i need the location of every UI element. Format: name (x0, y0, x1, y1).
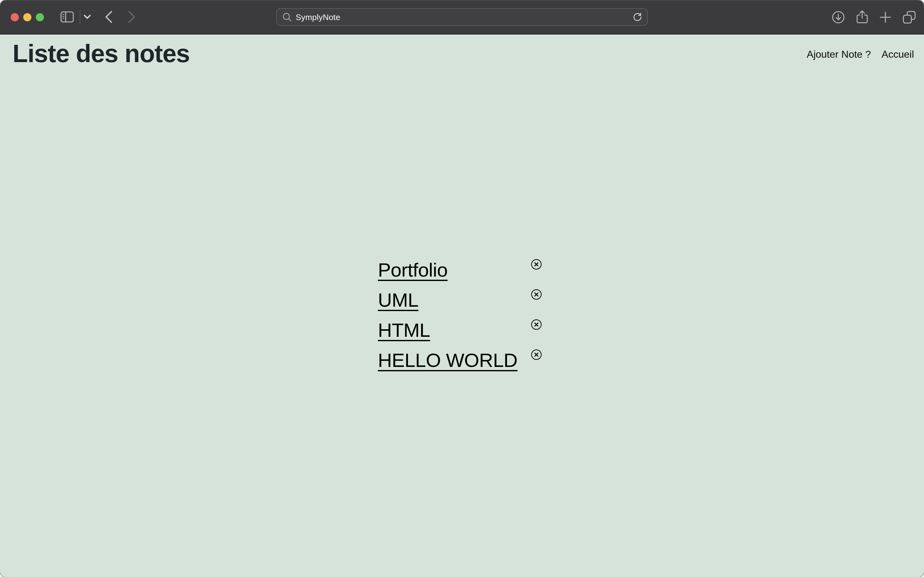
page-nav: Ajouter Note ? Accueil (807, 49, 914, 60)
delete-note-button[interactable] (531, 319, 542, 330)
chevron-down-icon (84, 15, 91, 19)
circle-x-icon (531, 289, 542, 300)
address-text: SymplyNote (296, 12, 340, 22)
nav-link-home[interactable]: Accueil (882, 49, 914, 60)
forward-icon (128, 11, 136, 23)
download-icon (832, 10, 845, 24)
back-button[interactable] (105, 11, 112, 23)
delete-note-button[interactable] (531, 349, 542, 360)
share-button[interactable] (856, 10, 868, 24)
toolbar-divider (80, 10, 80, 24)
nav-link-add-note[interactable]: Ajouter Note ? (807, 49, 871, 60)
circle-x-icon (531, 319, 542, 330)
search-icon (283, 12, 292, 22)
delete-note-button[interactable] (531, 259, 542, 270)
sidebar-toggle-button[interactable] (60, 11, 74, 23)
note-row: UML (378, 287, 542, 318)
note-link[interactable]: HTML (378, 318, 531, 344)
downloads-button[interactable] (832, 10, 845, 24)
note-link[interactable]: Portfolio (378, 257, 531, 284)
minimize-window-button[interactable] (23, 13, 31, 21)
delete-note-button[interactable] (531, 289, 542, 300)
tab-group-menu-button[interactable] (84, 15, 91, 19)
note-row: HELLO WORLD (378, 347, 542, 377)
circle-x-icon (531, 259, 542, 270)
page-title: Liste des notes (13, 40, 924, 68)
tab-overview-icon (903, 10, 916, 24)
share-icon (856, 10, 868, 24)
reload-button[interactable] (633, 12, 642, 22)
plus-icon (879, 11, 892, 23)
toolbar-left-group (44, 10, 136, 24)
sidebar-icon (60, 11, 74, 23)
scale-wrapper: SymplyNote (0, 0, 924, 577)
traffic-lights (11, 13, 44, 21)
browser-window: SymplyNote (0, 0, 924, 577)
address-bar[interactable]: SymplyNote (276, 8, 648, 26)
notes-list: Portfolio (378, 257, 542, 377)
close-window-button[interactable] (11, 13, 19, 21)
new-tab-button[interactable] (879, 11, 892, 23)
reload-icon (633, 12, 642, 22)
zoom-window-button[interactable] (36, 13, 44, 21)
back-icon (105, 11, 112, 23)
page-content: Liste des notes Ajouter Note ? Accueil P… (0, 34, 924, 577)
note-row: Portfolio (378, 257, 542, 287)
note-link[interactable]: HELLO WORLD (378, 347, 531, 374)
circle-x-icon (531, 349, 542, 360)
note-row: HTML (378, 318, 542, 347)
toolbar-right-group (832, 0, 916, 34)
forward-button[interactable] (128, 11, 136, 23)
browser-toolbar: SymplyNote (0, 0, 924, 34)
note-link[interactable]: UML (378, 287, 531, 314)
tab-overview-button[interactable] (903, 10, 916, 24)
